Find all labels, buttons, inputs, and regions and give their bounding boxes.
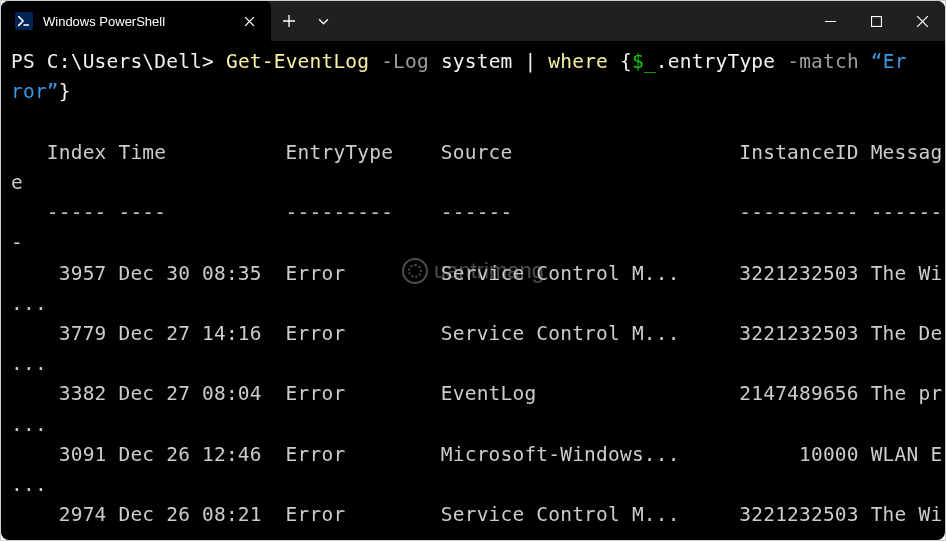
titlebar-drag-area[interactable] [339,1,807,41]
tab-powershell[interactable]: Windows PowerShell [1,1,271,41]
table-row: 3091 Dec 26 12:46 Error Microsoft-Window… [11,443,942,466]
row-continuation: ... [11,534,47,541]
maximize-icon [871,16,882,27]
titlebar: Windows PowerShell [1,1,945,41]
op-match: -match [787,50,871,73]
brace-open: { [620,50,632,73]
svg-rect-2 [871,16,881,26]
table-row: 3957 Dec 30 08:35 Error Service Control … [11,262,942,285]
powershell-icon [15,12,33,30]
close-icon [917,16,928,27]
minimize-icon [825,16,836,27]
plus-icon [283,15,295,27]
pipe: | [524,50,548,73]
close-window-button[interactable] [899,1,945,41]
flag-log: -Log [381,50,441,73]
header-divider-wrap: - [11,231,23,254]
maximize-button[interactable] [853,1,899,41]
minimize-button[interactable] [807,1,853,41]
tab-close-button[interactable] [237,9,261,33]
tab-title: Windows PowerShell [43,14,227,29]
quote-close: ” [47,80,59,103]
row-continuation: ... [11,473,47,496]
row-continuation: ... [11,292,47,315]
arg-system: system [441,50,525,73]
new-tab-button[interactable] [271,1,307,41]
header-line-wrap: e [11,171,23,194]
prompt-path: C:\Users\Dell> [47,50,226,73]
tab-dropdown-button[interactable] [307,1,339,41]
cmd-where: where [548,50,620,73]
terminal-window: Windows PowerShell PS C:\Users\Dell> Get… [1,1,945,540]
header-line: Index Time EntryType Source InstanceID M… [11,141,942,164]
cmd-geteventlog: Get-EventLog [226,50,381,73]
header-divider: ----- ---- --------- ------ ---------- -… [11,201,942,224]
prompt-ps: PS [11,50,47,73]
table-row: 2974 Dec 26 08:21 Error Service Control … [11,503,942,526]
chevron-down-icon [318,16,329,27]
table-row: 3779 Dec 27 14:16 Error Service Control … [11,322,942,345]
dollar-underscore: $_ [632,50,656,73]
table-row: 3382 Dec 27 08:04 Error EventLog 2147489… [11,382,942,405]
window-controls [807,1,945,41]
brace-close: } [59,80,71,103]
string-er: Er [883,50,907,73]
string-ror: ror [11,80,47,103]
quote-open: “ [871,50,883,73]
close-icon [244,16,255,27]
row-continuation: ... [11,413,47,436]
terminal-body[interactable]: PS C:\Users\Dell> Get-EventLog -Log syst… [1,41,945,540]
row-continuation: ... [11,352,47,375]
member-entrytype: .entryType [656,50,787,73]
